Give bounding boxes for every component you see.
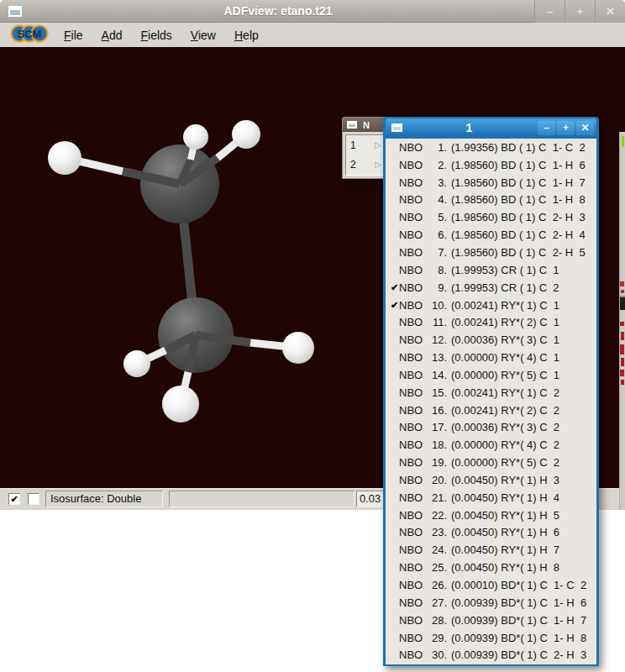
nbo-list-item[interactable]: NBO 20. (0.00450) RY*( 1) H 3 bbox=[386, 471, 596, 489]
nbo-list-item[interactable]: NBO 1. (1.99356) BD ( 1) C 1- C 2 bbox=[386, 139, 596, 156]
row-description: (1.98560) BD ( 1) C 2- H 3 bbox=[451, 211, 586, 223]
row-nbo-label: NBO bbox=[399, 316, 425, 328]
row-description: (1.99953) CR ( 1) C 1 bbox=[451, 264, 559, 276]
nbo-list-item[interactable]: NBO 29. (0.00939) BD*( 1) C 1- H 8 bbox=[386, 629, 596, 647]
scm-logo-icon: SCM bbox=[10, 24, 49, 47]
atom-hydrogen-6 bbox=[48, 141, 81, 175]
field-selector-section[interactable] bbox=[169, 491, 355, 507]
isosurface-visible-checkbox[interactable]: ✔ bbox=[8, 493, 20, 505]
nbo-list-item[interactable]: NBO 13. (0.00000) RY*( 4) C 1 bbox=[386, 349, 596, 366]
row-nbo-label: NBO bbox=[399, 421, 425, 433]
nbo-list-item[interactable]: NBO 12. (0.00036) RY*( 3) C 1 bbox=[386, 331, 596, 349]
nbo-list-item[interactable]: NBO 26. (0.00010) BD*( 1) C 1- C 2 bbox=[386, 576, 596, 594]
nbo-list-title: 1 bbox=[402, 121, 536, 134]
nbo-menu-item-2[interactable]: 2 ▷ bbox=[346, 155, 386, 174]
offscreen-window-sliver bbox=[619, 132, 625, 510]
row-description: (0.00450) RY*( 1) H 8 bbox=[451, 561, 559, 574]
close-button[interactable]: ✕ bbox=[595, 0, 625, 23]
nbo-list-item[interactable]: NBO 14. (0.00000) RY*( 5) C 1 bbox=[386, 366, 596, 384]
row-number: 10. bbox=[425, 299, 447, 312]
minimize-button[interactable]: – bbox=[534, 0, 565, 23]
row-nbo-label: NBO bbox=[399, 614, 425, 627]
row-description: (0.00241) RY*( 1) C 2 bbox=[451, 386, 559, 399]
menu-file[interactable]: File bbox=[59, 25, 88, 45]
row-number: 5. bbox=[425, 211, 447, 223]
nbo-list-item[interactable]: NBO 5. (1.98560) BD ( 1) C 2- H 3 bbox=[386, 208, 596, 226]
atom-hydrogen-4 bbox=[123, 350, 150, 377]
row-number: 14. bbox=[425, 369, 447, 381]
atom-hydrogen-3 bbox=[282, 332, 314, 364]
nbo-list-item[interactable]: ✔ NBO 10. (0.00241) RY*( 1) C 1 bbox=[386, 297, 596, 314]
sliver-red-mark bbox=[620, 281, 624, 286]
row-nbo-label: NBO bbox=[399, 193, 425, 206]
nbo-list-item[interactable]: NBO 2. (1.98560) BD ( 1) C 1- H 6 bbox=[386, 156, 596, 174]
nbo-list-item[interactable]: NBO 22. (0.00450) RY*( 1) H 5 bbox=[386, 507, 596, 524]
row-number: 29. bbox=[425, 632, 447, 644]
nbo-menu-item-1[interactable]: 1 ▷ bbox=[346, 135, 386, 155]
nbo-list-item[interactable]: NBO 8. (1.99953) CR ( 1) C 1 bbox=[386, 261, 596, 279]
main-titlebar[interactable]: ADFview: etano.t21 – + ✕ bbox=[0, 0, 625, 23]
row-number: 25. bbox=[425, 561, 447, 574]
menubar: SCM File Add Fields View Help bbox=[0, 23, 625, 47]
row-nbo-label: NBO bbox=[399, 543, 425, 556]
atom-hydrogen-7 bbox=[183, 124, 208, 150]
menu-fields[interactable]: Fields bbox=[136, 25, 177, 45]
nbo-list-item[interactable]: NBO 11. (0.00241) RY*( 2) C 1 bbox=[386, 313, 596, 331]
nbo-list-item[interactable]: NBO 21. (0.00450) RY*( 1) H 4 bbox=[386, 489, 596, 507]
nbo-list-item[interactable]: NBO 19. (0.00000) RY*( 5) C 2 bbox=[386, 454, 596, 471]
nbo-list-titlebar[interactable]: 1 – + ✕ bbox=[386, 118, 596, 137]
nbo-list-item[interactable]: NBO 16. (0.00241) RY*( 2) C 2 bbox=[386, 402, 596, 419]
close-button[interactable]: ✕ bbox=[576, 121, 594, 135]
isosurface-secondary-checkbox[interactable] bbox=[28, 493, 39, 505]
nbo-list-item[interactable]: NBO 28. (0.00939) BD*( 1) C 1- H 7 bbox=[386, 612, 596, 629]
row-number: 11. bbox=[425, 316, 447, 328]
nbo-list-item[interactable]: NBO 25. (0.00450) RY*( 1) H 8 bbox=[386, 559, 596, 576]
row-number: 2. bbox=[425, 159, 447, 171]
row-number: 13. bbox=[425, 351, 447, 364]
nbo-list-item[interactable]: NBO 18. (0.00000) RY*( 4) C 2 bbox=[386, 436, 596, 454]
row-description: (0.00939) BD*( 1) C 1- H 6 bbox=[451, 596, 586, 609]
row-nbo-label: NBO bbox=[399, 333, 425, 346]
menu-help[interactable]: Help bbox=[229, 25, 264, 45]
submenu-arrow-icon: ▷ bbox=[375, 140, 381, 150]
row-number: 6. bbox=[425, 228, 447, 241]
menu-add[interactable]: Add bbox=[97, 25, 128, 45]
row-nbo-label: NBO bbox=[399, 369, 425, 381]
nbo-list-item[interactable]: NBO 17. (0.00036) RY*( 3) C 2 bbox=[386, 419, 596, 437]
nbo-menu-titlebar[interactable]: N bbox=[343, 118, 389, 132]
nbo-list-item[interactable]: NBO 7. (1.98560) BD ( 1) C 2- H 5 bbox=[386, 244, 596, 261]
row-number: 4. bbox=[425, 193, 447, 206]
row-description: (0.00939) BD*( 1) C 2- H 3 bbox=[451, 648, 586, 661]
row-description: (0.00450) RY*( 1) H 6 bbox=[451, 526, 559, 538]
row-nbo-label: NBO bbox=[399, 561, 425, 574]
minimize-button[interactable]: – bbox=[538, 121, 555, 135]
nbo-list-item[interactable]: NBO 30. (0.00939) BD*( 1) C 2- H 3 bbox=[386, 646, 596, 664]
row-number: 22. bbox=[425, 509, 447, 522]
window-title: ADFview: etano.t21 bbox=[22, 4, 534, 18]
maximize-button[interactable]: + bbox=[557, 121, 575, 135]
row-number: 23. bbox=[425, 526, 447, 538]
nbo-list-item[interactable]: NBO 27. (0.00939) BD*( 1) C 1- H 6 bbox=[386, 594, 596, 612]
maximize-button[interactable]: + bbox=[565, 0, 595, 23]
atom-hydrogen-5 bbox=[162, 386, 199, 423]
nbo-list-item[interactable]: NBO 4. (1.98560) BD ( 1) C 1- H 8 bbox=[386, 192, 596, 209]
nbo-list-item[interactable]: NBO 23. (0.00450) RY*( 1) H 6 bbox=[386, 524, 596, 542]
atom-hydrogen-8 bbox=[232, 120, 260, 149]
row-number: 18. bbox=[425, 438, 447, 451]
nbo-list-item[interactable]: NBO 6. (1.98560) BD ( 1) C 2- H 4 bbox=[386, 226, 596, 244]
menu-view[interactable]: View bbox=[186, 25, 221, 45]
nbo-list-item[interactable]: NBO 24. (0.00450) RY*( 1) H 7 bbox=[386, 541, 596, 559]
nbo-list-item[interactable]: NBO 15. (0.00241) RY*( 1) C 2 bbox=[386, 384, 596, 402]
row-number: 1. bbox=[425, 141, 447, 154]
nbo-menu-panel: 1 ▷ 2 ▷ bbox=[345, 134, 386, 176]
row-description: (0.00036) RY*( 3) C 1 bbox=[451, 333, 559, 346]
sliver-red-mark bbox=[621, 358, 624, 366]
nbo-list-item[interactable]: NBO 3. (1.98560) BD ( 1) C 1- H 7 bbox=[386, 174, 596, 192]
row-description: (1.98560) BD ( 1) C 2- H 5 bbox=[451, 246, 586, 259]
row-number: 8. bbox=[425, 264, 447, 276]
row-nbo-label: NBO bbox=[399, 491, 425, 504]
row-description: (0.00010) BD*( 1) C 1- C 2 bbox=[451, 579, 586, 591]
row-number: 12. bbox=[425, 333, 447, 346]
row-number: 26. bbox=[425, 579, 447, 591]
nbo-list-item[interactable]: ✔ NBO 9. (1.99953) CR ( 1) C 2 bbox=[386, 279, 596, 297]
